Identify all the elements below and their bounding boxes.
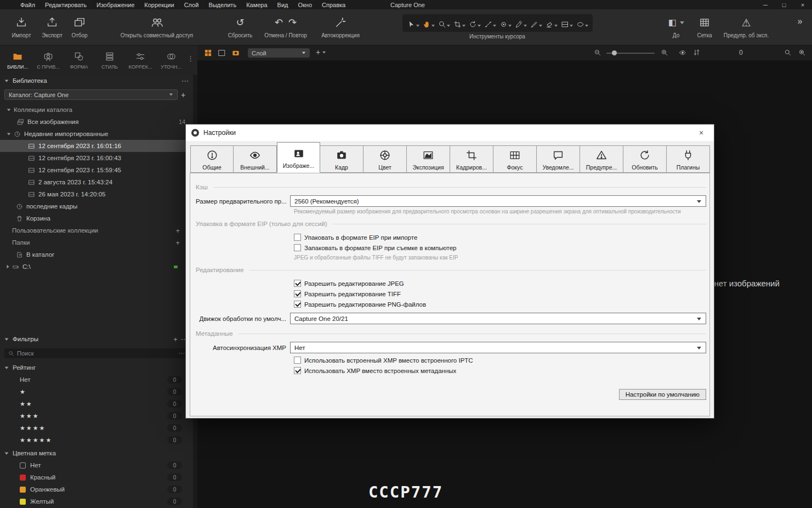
- tree-item-drive-c[interactable]: C:\: [0, 261, 193, 273]
- add-catalog-button[interactable]: +: [178, 91, 189, 99]
- tab-general[interactable]: Общие: [190, 145, 234, 173]
- tree-item-import-session[interactable]: 2 августа 2023 г. 15:43:24: [0, 176, 193, 188]
- color-filter-row[interactable]: Красный0: [0, 471, 193, 483]
- restore-defaults-button[interactable]: Настройки по умолчанию: [619, 389, 706, 400]
- compare-sort-icon[interactable]: [692, 48, 701, 57]
- checkbox[interactable]: [294, 280, 301, 287]
- tree-item-all-images[interactable]: Все изображения 14: [0, 116, 193, 128]
- rating-filter-row[interactable]: ★★★0: [0, 410, 193, 422]
- add-filter-button[interactable]: +: [171, 335, 180, 343]
- tree-item-recent-captures[interactable]: последние кадры: [0, 200, 193, 212]
- rotate-tool-button[interactable]: [467, 14, 482, 32]
- menu-edit[interactable]: Редактировать: [40, 2, 92, 8]
- tab-tether[interactable]: С ПРИВ...: [33, 46, 64, 75]
- edit-jpeg-checkbox-row[interactable]: Разрешить редактирование JPEG: [294, 278, 706, 289]
- add-layer-button[interactable]: +: [316, 48, 326, 57]
- dialog-titlebar[interactable]: Настройки ×: [186, 125, 714, 141]
- add-collection-button[interactable]: +: [175, 227, 180, 235]
- library-menu-icon[interactable]: ⋯: [181, 77, 189, 85]
- tree-group-folders[interactable]: Папки +: [0, 236, 193, 249]
- rating-filter-row[interactable]: ★★0: [0, 398, 193, 410]
- preview-size-select[interactable]: 2560 (Рекомендуется): [290, 195, 706, 207]
- tree-item-trash[interactable]: Корзина: [0, 212, 193, 224]
- checkbox[interactable]: [294, 367, 301, 374]
- minimize-button[interactable]: ─: [756, 0, 775, 9]
- tab-library[interactable]: БИБЛИ...: [2, 46, 33, 75]
- dialog-close-button[interactable]: ×: [694, 128, 708, 137]
- before-after-button[interactable]: ◧ До: [662, 14, 690, 38]
- tab-style[interactable]: СТИЛЬ: [94, 46, 125, 75]
- edit-tiff-checkbox-row[interactable]: Разрешить редактирование TIFF: [294, 289, 706, 299]
- draw-mask-tool-button[interactable]: [529, 14, 543, 32]
- color-picker-tool-button[interactable]: [513, 14, 528, 32]
- tool-tab-menu-icon[interactable]: ⋮: [187, 54, 194, 63]
- loupe-icon[interactable]: [784, 49, 792, 57]
- color-filter-row[interactable]: Желтый0: [0, 495, 193, 507]
- crop-tool-button[interactable]: [452, 14, 467, 32]
- import-button[interactable]: Импорт: [9, 14, 34, 38]
- library-panel-header[interactable]: Библиотека ⋯: [0, 75, 193, 87]
- checkbox[interactable]: [294, 357, 301, 364]
- search-input[interactable]: [17, 350, 178, 357]
- xmp-instead-checkbox-row[interactable]: Использовать XMP вместо встроенных метад…: [294, 365, 706, 376]
- search-options-icon[interactable]: ⋯: [178, 349, 185, 357]
- tree-item-import-session[interactable]: 12 сентября 2023 г. 16:00:43: [0, 152, 193, 164]
- grid-button[interactable]: Сетка: [692, 14, 717, 38]
- menu-adjustments[interactable]: Коррекции: [139, 2, 179, 8]
- eip-pack-import-checkbox-row[interactable]: Упаковать в формате EIP при импорте: [294, 232, 706, 242]
- tab-refine[interactable]: УТОЧН...: [156, 46, 186, 75]
- rating-filter-group[interactable]: Рейтинг: [0, 362, 193, 374]
- add-folder-button[interactable]: +: [175, 239, 180, 247]
- tab-update[interactable]: Обновить: [623, 145, 667, 173]
- tab-notifications[interactable]: Уведомле...: [537, 145, 580, 173]
- engine-select[interactable]: Capture One 20/21: [290, 313, 706, 324]
- erase-mask-tool-button[interactable]: [544, 14, 559, 32]
- xmp-sync-select[interactable]: Нет: [290, 342, 706, 353]
- menu-help[interactable]: Справка: [317, 2, 350, 8]
- filters-panel-header[interactable]: Фильтры + ⋯: [0, 333, 193, 345]
- catalog-selector[interactable]: Каталог: Capture One: [4, 89, 178, 100]
- checkbox[interactable]: [294, 244, 301, 251]
- layer-selector[interactable]: Слой: [248, 48, 310, 58]
- tab-capture[interactable]: Кадр: [320, 145, 364, 173]
- tab-color[interactable]: Цвет: [364, 145, 407, 173]
- tree-item-recent-imports[interactable]: Недавние импортированные: [0, 128, 193, 140]
- undo-icon[interactable]: ↶: [275, 18, 283, 27]
- tree-item-in-catalog[interactable]: В каталог: [0, 249, 193, 261]
- loupe-tool-button[interactable]: [436, 14, 451, 32]
- straighten-tool-button[interactable]: [482, 14, 497, 32]
- color-tag-filter-group[interactable]: Цветная метка: [0, 447, 193, 459]
- xmp-embedded-checkbox-row[interactable]: Использовать встроенный XMP вместо встро…: [294, 355, 706, 365]
- tab-focus[interactable]: Фокус: [493, 145, 537, 173]
- focus-check-icon[interactable]: [798, 49, 806, 57]
- menu-window[interactable]: Окно: [293, 2, 317, 8]
- radial-gradient-tool-button[interactable]: [575, 14, 589, 32]
- eip-pack-tether-checkbox-row[interactable]: Запаковать в формате EIP при съемке в ко…: [294, 242, 706, 253]
- hand-tool-button[interactable]: [421, 14, 436, 32]
- tab-exposure[interactable]: Экспозиция: [407, 145, 450, 173]
- autocorrect-button[interactable]: Автокоррекция: [317, 14, 364, 38]
- rating-filter-row[interactable]: ★0: [0, 386, 193, 398]
- tab-crop[interactable]: Кадриров...: [450, 145, 493, 173]
- rating-filter-row[interactable]: ★★★★★0: [0, 434, 193, 446]
- tab-appearance[interactable]: Внешний...: [234, 145, 277, 173]
- linear-gradient-tool-button[interactable]: [559, 14, 574, 32]
- select-tool-button[interactable]: [406, 14, 421, 32]
- menu-layer[interactable]: Слой: [179, 2, 204, 8]
- menu-view[interactable]: Вид: [272, 2, 293, 8]
- export-button[interactable]: Экспорт: [38, 14, 66, 38]
- tab-image[interactable]: Изображе...: [277, 142, 320, 173]
- share-button[interactable]: Открыть совместный доступ: [112, 14, 201, 38]
- menu-file[interactable]: Файл: [15, 2, 40, 8]
- cull-button[interactable]: Отбор: [67, 14, 92, 38]
- tab-adjustments[interactable]: КОРРЕК...: [125, 46, 156, 75]
- close-button[interactable]: ×: [793, 0, 812, 9]
- single-view-icon[interactable]: [218, 49, 226, 57]
- tree-item-import-session[interactable]: 12 сентября 2023 г. 16:01:16: [0, 140, 193, 152]
- rating-filter-row[interactable]: ★★★★0: [0, 422, 193, 434]
- thumbnail-grid-icon[interactable]: [204, 49, 212, 57]
- zoom-slider[interactable]: [606, 53, 655, 54]
- checkbox[interactable]: [294, 301, 301, 308]
- edit-png-checkbox-row[interactable]: Разрешить редактирование PNG-файлов: [294, 299, 706, 309]
- tree-group-catalog-collections[interactable]: Коллекции каталога: [0, 104, 193, 116]
